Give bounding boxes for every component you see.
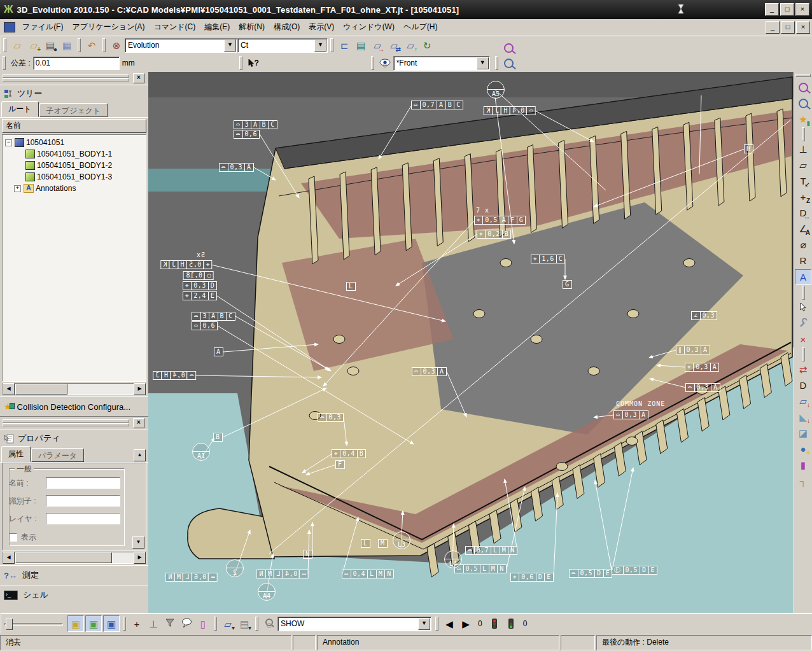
drop-solid-icon[interactable]: ▱↓ [795, 394, 811, 409]
props-scroll-down-icon[interactable]: ▼ [132, 536, 144, 549]
gdt-frame[interactable]: ⌓0,4LMN [342, 570, 394, 578]
datum-box[interactable]: F [336, 460, 345, 469]
props-panel-close-icon[interactable]: × [133, 418, 144, 428]
gdt-frame[interactable]: ⌓0,3A [686, 383, 720, 392]
zoom-selection-icon[interactable] [501, 40, 517, 55]
gdt-frame[interactable]: ⌓0,7ABC [412, 101, 463, 109]
menu-item-6[interactable]: 表示(V) [304, 20, 339, 33]
menu-item-1[interactable]: アプリケーション(A) [67, 20, 149, 33]
title-bar[interactable]: Ж 3D_Evolution 2010.150 - C:¥CAD Models¥… [0, 0, 812, 19]
display-checkbox[interactable] [9, 533, 17, 542]
annotation-mode-icon[interactable]: A [795, 269, 811, 285]
point-coordinate-icon[interactable]: +Z [795, 190, 811, 204]
gdt-frame[interactable]: ⌖2,4E [183, 291, 217, 300]
refresh-button[interactable]: ↻ [419, 38, 435, 53]
gdt-frame[interactable]: ⌖1,6C [531, 255, 565, 263]
menu-item-5[interactable]: 構成(O) [269, 20, 304, 33]
datum-target-balloon[interactable]: 2 [226, 559, 244, 577]
tree-panel-drag-handle[interactable]: × [0, 72, 148, 85]
menu-item-4[interactable]: 解析(N) [234, 20, 269, 33]
maximize-button[interactable]: □ [780, 3, 794, 16]
next-annotation-button[interactable]: ▶ [458, 616, 473, 631]
gdt-frame[interactable]: ⌖0,3A [685, 363, 719, 372]
gdt-frame[interactable]: Ⓔ0,5DE [612, 566, 657, 575]
shade-green-button[interactable]: ▣ [85, 615, 102, 632]
identifier-field[interactable] [46, 495, 120, 507]
measure-distance-icon[interactable]: D [795, 378, 811, 393]
measure-bar[interactable]: ?↔ 測定 [0, 565, 148, 585]
gdt-frame[interactable]: ⌓0,6 [192, 321, 218, 330]
datum-box[interactable]: A [214, 347, 223, 356]
zoom-window-icon[interactable] [795, 80, 811, 95]
box-up-button[interactable]: ▱↑ [403, 38, 418, 53]
datum-box[interactable]: L [361, 539, 370, 548]
gdt-frame[interactable]: ⌓0,3 [318, 413, 344, 422]
props-hscrollbar[interactable]: ◀ ▶ [2, 552, 146, 564]
view-visibility-icon[interactable] [377, 55, 393, 71]
flatten-surface-icon[interactable]: ◪ [795, 426, 811, 440]
mdi-restore-button[interactable]: □ [781, 21, 795, 34]
snapshot-button[interactable]: ▤● [43, 38, 58, 53]
datum-box[interactable]: G [563, 280, 572, 289]
tree-node-body-2[interactable]: 105041051_BODY1-2 [3, 160, 146, 171]
close-button[interactable]: × [795, 3, 809, 16]
save-button[interactable]: ▦ [59, 38, 74, 53]
traffic-light-green-icon[interactable] [503, 616, 519, 631]
sphere-fit-icon[interactable]: ●+ [795, 442, 811, 456]
angle-dimension-icon[interactable]: ∠A [795, 221, 811, 236]
gdt-frame[interactable]: ⌓0,6LMN [165, 573, 217, 582]
expand-icon[interactable]: + [14, 185, 21, 192]
tab-root[interactable]: ルート [1, 101, 39, 117]
sync-views-icon[interactable]: ⇄ [795, 362, 811, 377]
clamp-button[interactable]: ⊏ [337, 38, 352, 53]
structure-list-button[interactable]: ▤ [353, 38, 368, 53]
gdt-frame[interactable]: ⌓0,4LMN [256, 570, 308, 578]
pmi-filter-icon[interactable] [262, 616, 277, 631]
menu-item-0[interactable]: ファイル(F) [18, 20, 67, 33]
props-panel-drag-handle[interactable]: × [0, 416, 148, 430]
coordinate-axes-icon[interactable]: ⊥ [795, 142, 811, 157]
gdt-frame[interactable]: ⌓0,4HJK [484, 106, 535, 115]
traffic-light-red-icon[interactable] [487, 616, 502, 631]
shade-yellow-button[interactable]: ▣ [67, 615, 84, 632]
datum-box[interactable]: M [379, 539, 388, 548]
gdt-frame[interactable]: ⌖0,2B [477, 230, 511, 239]
mode-combo[interactable]: Ct▼ [237, 38, 328, 53]
gdt-frame[interactable]: ⌓0,4HJ [153, 371, 195, 380]
gdt-frame[interactable]: ⌖0,6DE [511, 573, 554, 582]
drop-surface-icon[interactable]: ◣↓ [795, 410, 811, 424]
tolerance-input[interactable] [33, 57, 120, 70]
datum-target-balloon[interactable]: L4 [444, 550, 462, 568]
pan-view-button[interactable]: + [129, 616, 144, 631]
context-help-button[interactable]: ? [246, 55, 261, 71]
export-button[interactable]: ▱→ [370, 38, 385, 53]
tree-node-root[interactable]: −105041051 [3, 137, 146, 148]
shell-bar[interactable]: ›_ シェル [0, 585, 148, 605]
props-scroll-up-icon[interactable]: ▲ [134, 449, 146, 461]
import-model-button[interactable]: ▱+ [26, 38, 41, 53]
zoom-object-icon[interactable] [795, 96, 811, 111]
balloon-button[interactable] [179, 616, 194, 631]
process-settings-button[interactable]: ⊗ [109, 38, 124, 53]
tree-display-menu-button[interactable]: ▤▾ [237, 616, 252, 631]
annotation-tools-icon[interactable] [795, 316, 811, 331]
exchange-button[interactable]: ▱⇄ [386, 38, 402, 53]
undo-button[interactable]: ↶ [84, 38, 99, 53]
gdt-frame[interactable]: ⌓0,5DE [570, 569, 612, 578]
select-pointer-icon[interactable] [795, 300, 811, 315]
minimize-button[interactable]: _ [765, 3, 779, 16]
menu-item-7[interactable]: ウィンドウ(W) [339, 20, 399, 33]
transparency-slider[interactable] [4, 617, 63, 630]
mdi-close-button[interactable]: × [796, 21, 810, 34]
rotate-view-button[interactable]: ⊥ [146, 616, 161, 631]
tab-attributes[interactable]: 属性 [1, 446, 31, 462]
gdt-frame[interactable]: ⌓0,3A [220, 163, 254, 172]
gdt-frame[interactable]: ⌓0,6 [234, 130, 260, 139]
distance-dimension-icon[interactable]: D↔ [795, 206, 811, 220]
tree-panel-close-icon[interactable]: × [133, 73, 144, 83]
3d-viewport[interactable]: ⌓3ABC⌓0,6⌓0,3A⌓0,7ABC⌓0,4HJK⌖0,5AFG⌖0,2B… [148, 72, 794, 613]
datum-box[interactable]: B [214, 433, 223, 442]
open-model-button[interactable]: ▱ [10, 38, 25, 53]
extrude-feature-icon[interactable]: ▮ [795, 458, 811, 472]
clip-plane-button[interactable]: ▯ [195, 616, 211, 631]
